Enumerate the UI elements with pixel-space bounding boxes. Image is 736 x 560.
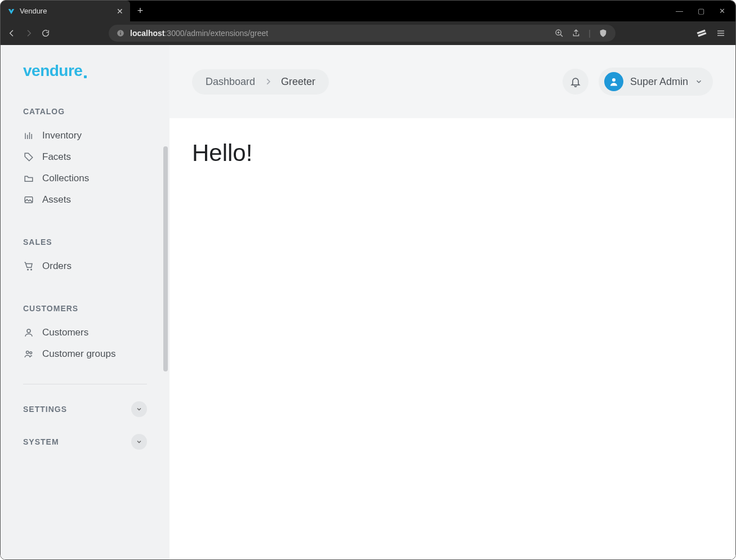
topbar: Dashboard Greeter Super Admin — [169, 45, 735, 118]
window-maximize-icon[interactable]: ▢ — [698, 7, 704, 15]
sidebar-divider — [23, 384, 147, 384]
svg-rect-9 — [717, 30, 724, 31]
site-info-icon[interactable] — [117, 29, 124, 37]
main-area: Dashboard Greeter Super Admin — [169, 45, 735, 559]
sidebar-item-customer-groups[interactable]: Customer groups — [23, 343, 147, 365]
window-close-icon[interactable]: ✕ — [719, 7, 725, 15]
url-path: :3000/admin/extensions/greet — [164, 29, 268, 38]
url-host: localhost — [130, 29, 164, 38]
inventory-icon — [23, 131, 34, 141]
window-minimize-icon[interactable]: — — [676, 7, 683, 15]
sidebar-section-system[interactable]: SYSTEM — [1, 434, 169, 450]
tab-title: Vendure — [20, 7, 112, 15]
window-controls: — ▢ ✕ — [666, 1, 735, 21]
sidebar-scrollbar[interactable] — [163, 146, 168, 371]
zoom-icon[interactable] — [555, 29, 564, 38]
cart-icon — [23, 261, 34, 271]
sidebar: vendure CATALOG Inventory Facets Collect… — [1, 45, 169, 559]
browser-menu-icon[interactable] — [716, 29, 725, 38]
breadcrumb-root[interactable]: Dashboard — [206, 76, 255, 88]
nav-section-title: CATALOG — [23, 107, 147, 116]
avatar — [604, 72, 623, 91]
notifications-button[interactable] — [563, 69, 588, 95]
chevron-down-icon — [131, 401, 147, 417]
svg-rect-2 — [120, 32, 121, 32]
sidebar-item-label: Assets — [42, 194, 71, 205]
close-tab-icon[interactable]: ✕ — [117, 7, 123, 16]
svg-point-14 — [26, 351, 29, 354]
sidebar-item-label: Facets — [42, 151, 71, 163]
sidebar-item-inventory[interactable]: Inventory — [23, 125, 147, 146]
browser-tab[interactable]: Vendure ✕ — [1, 1, 130, 21]
nav-section-title: CUSTOMERS — [23, 304, 147, 313]
sidebar-item-label: Customer groups — [42, 348, 115, 360]
image-icon — [23, 195, 34, 205]
svg-rect-1 — [120, 33, 121, 35]
nav-section-title: SALES — [23, 238, 147, 247]
browser-toolbar: localhost:3000/admin/extensions/greet | — [1, 21, 735, 45]
chevron-right-icon — [264, 78, 272, 86]
page-content: Hello! — [169, 118, 735, 559]
nav-forward-button[interactable] — [24, 29, 33, 38]
nav-section-title: SYSTEM — [23, 437, 59, 446]
tag-icon — [23, 152, 34, 162]
user-menu[interactable]: Super Admin — [599, 68, 713, 96]
sidebar-item-facets[interactable]: Facets — [23, 146, 147, 168]
nav-section-customers: CUSTOMERS Customers Customer groups — [1, 304, 169, 365]
svg-point-16 — [612, 78, 615, 82]
person-icon — [23, 328, 34, 338]
share-icon[interactable] — [572, 29, 581, 38]
extension-icon[interactable] — [696, 28, 707, 39]
sidebar-item-customers[interactable]: Customers — [23, 322, 147, 343]
breadcrumb-current: Greeter — [281, 76, 315, 88]
nav-section-title: SETTINGS — [23, 405, 67, 414]
new-tab-button[interactable]: + — [130, 1, 150, 21]
svg-rect-11 — [717, 35, 724, 35]
sidebar-item-label: Orders — [42, 261, 72, 272]
svg-rect-10 — [717, 33, 724, 33]
breadcrumb: Dashboard Greeter — [192, 69, 329, 95]
nav-reload-button[interactable] — [41, 29, 50, 38]
user-name: Super Admin — [630, 76, 688, 88]
page-heading: Hello! — [192, 140, 713, 167]
folder-icon — [23, 173, 34, 183]
shield-icon[interactable] — [599, 29, 608, 38]
person-icon — [609, 77, 619, 87]
bell-icon — [570, 76, 581, 87]
svg-point-13 — [27, 329, 30, 333]
sidebar-item-assets[interactable]: Assets — [23, 189, 147, 210]
nav-back-button[interactable] — [7, 29, 16, 38]
chevron-down-icon — [131, 434, 147, 450]
address-bar[interactable]: localhost:3000/admin/extensions/greet | — [109, 25, 615, 42]
app-root: vendure CATALOG Inventory Facets Collect… — [1, 45, 735, 559]
nav-section-sales: SALES Orders — [1, 238, 169, 277]
svg-line-4 — [560, 34, 563, 37]
sidebar-item-label: Customers — [42, 327, 88, 338]
nav-section-catalog: CATALOG Inventory Facets Collections Ass… — [1, 107, 169, 210]
browser-tab-strip: Vendure ✕ + — ▢ ✕ — [1, 1, 735, 21]
sidebar-item-collections[interactable]: Collections — [23, 168, 147, 189]
sidebar-item-label: Inventory — [42, 130, 82, 141]
sidebar-section-settings[interactable]: SETTINGS — [1, 401, 169, 417]
sidebar-item-orders[interactable]: Orders — [23, 256, 147, 277]
sidebar-item-label: Collections — [42, 173, 89, 184]
svg-point-15 — [30, 352, 32, 354]
separator: | — [588, 29, 591, 38]
vendure-favicon-icon — [7, 7, 15, 15]
brand-logo[interactable]: vendure — [1, 45, 169, 91]
chevron-down-icon — [695, 78, 703, 86]
people-icon — [23, 349, 34, 359]
